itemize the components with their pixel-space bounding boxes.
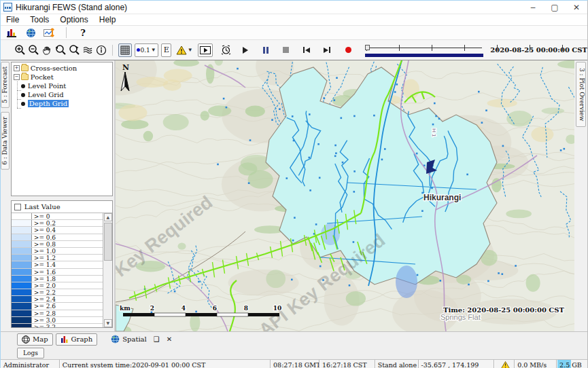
restore-panel-icon[interactable]: ❑ <box>154 335 160 343</box>
left-panel: + Cross-section − Pocket Level Point Lev… <box>10 60 114 331</box>
layer-bullet-icon <box>21 84 25 88</box>
stop-button[interactable] <box>279 43 293 57</box>
contour-interval-dropdown[interactable]: 0.1 ▼ <box>135 43 158 57</box>
help-button[interactable]: ? <box>76 26 90 39</box>
skip-to-start-button[interactable] <box>300 43 313 57</box>
close-panel-icon[interactable]: ✕ <box>167 335 172 343</box>
tab-graph[interactable]: Graph <box>56 333 98 346</box>
chevron-down-icon: ▼ <box>188 47 193 53</box>
scroll-down-icon[interactable]: ▼ <box>104 319 112 327</box>
legend-label: >= 2.8 <box>32 310 103 316</box>
timeseries-display-icon[interactable] <box>43 26 56 39</box>
legend-scrollbar[interactable]: ▲ ▼ <box>103 213 112 327</box>
legend-label: >= 0 <box>32 213 103 219</box>
info-icon[interactable] <box>94 43 108 57</box>
pan-hand-icon[interactable] <box>40 43 54 57</box>
svg-text:N: N <box>122 63 129 72</box>
tree-item-pocket[interactable]: − Pocket <box>12 73 112 81</box>
collapse-icon[interactable]: − <box>14 74 20 80</box>
tree-item-cross-section[interactable]: + Cross-section <box>12 64 112 73</box>
legend-swatch <box>12 289 32 295</box>
menu-options[interactable]: Options <box>54 15 93 24</box>
legend-row: >= 2.6 <box>12 303 103 310</box>
bottom-tab-bar: Map Graph Spatial ❑ ✕ <box>1 331 587 346</box>
zoom-out-icon[interactable] <box>27 43 40 57</box>
record-button[interactable] <box>341 43 354 57</box>
maximize-button[interactable]: ▢ <box>544 1 566 14</box>
database-explorer-icon[interactable] <box>5 26 18 39</box>
zoom-previous-icon[interactable] <box>54 43 67 57</box>
menu-bar: File Tools Options Help <box>1 14 587 26</box>
timeline-slider[interactable] <box>364 43 485 58</box>
legend-swatch <box>12 317 32 323</box>
expand-icon[interactable]: + <box>14 65 20 71</box>
map-display-icon[interactable] <box>24 26 37 39</box>
status-user: Administrator <box>1 360 60 368</box>
map-toolbar: 0.1 ▼ E ▼ <box>1 40 587 60</box>
road-label: H 1 <box>431 128 437 137</box>
status-warning[interactable] <box>494 360 515 368</box>
animation-settings-icon[interactable] <box>220 43 233 57</box>
layers-icon[interactable] <box>81 43 94 57</box>
menu-file[interactable]: File <box>1 15 24 24</box>
last-value-checkbox[interactable] <box>14 204 21 210</box>
tree-item-depth-grid[interactable]: Depth Grid <box>12 99 112 108</box>
legend-label: >= 1.4 <box>32 261 103 268</box>
tree-item-level-point[interactable]: Level Point <box>12 81 112 90</box>
window-title: Hikurangi FEWS (Stand alone) <box>16 3 127 12</box>
place-label: Springs Flat <box>440 313 481 321</box>
layer-tree: + Cross-section − Pocket Level Point Lev… <box>11 62 113 196</box>
legend-row: >= 2.2 <box>12 289 103 296</box>
legend-row: >= 1.6 <box>12 269 103 276</box>
legend-row: >= 1.8 <box>12 276 103 282</box>
tab-plot-overview[interactable]: 3 : Plot Overview <box>576 62 586 127</box>
warning-threshold-dropdown[interactable]: ▼ <box>174 43 195 57</box>
tree-item-level-grid[interactable]: Level Grid <box>12 90 112 99</box>
legend-label: >= 2.4 <box>32 296 103 302</box>
scroll-thumb[interactable] <box>104 223 112 261</box>
legend-label: >= 1.8 <box>32 276 103 282</box>
map-time-label: Time: 2020-08-25 00:00:00 CST <box>443 306 565 314</box>
movie-player-button[interactable] <box>198 43 213 57</box>
timeline-timestamp: 2020-08-25 00:00:00 CST <box>490 46 587 54</box>
timeline-handle[interactable] <box>365 45 370 50</box>
skip-to-end-button[interactable] <box>320 43 334 57</box>
legend-row: >= 2.8 <box>12 310 103 317</box>
tab-map[interactable]: Map <box>17 333 53 346</box>
zoom-next-icon[interactable] <box>67 43 81 57</box>
tab-forecast[interactable]: 5 : Forecast <box>1 62 10 108</box>
folder-icon <box>21 65 29 71</box>
svg-text:2: 2 <box>150 305 154 312</box>
legend-swatch <box>12 241 32 247</box>
tab-data-viewer[interactable]: 6 : Data Viewer <box>1 112 10 170</box>
legend-swatch <box>12 213 32 219</box>
scroll-up-icon[interactable]: ▲ <box>104 213 112 221</box>
map-view[interactable]: API Key Required API Key Required Hikura… <box>114 60 574 331</box>
legend-label: >= 3.2 <box>32 324 103 327</box>
legend-swatch <box>12 303 32 309</box>
legend-swatch <box>12 324 32 327</box>
tab-spatial[interactable]: Spatial ❑ ✕ <box>108 333 175 346</box>
menu-tools[interactable]: Tools <box>24 15 54 24</box>
legend-label: >= 0.2 <box>32 220 103 226</box>
logs-button[interactable]: Logs <box>17 348 44 358</box>
label-toggle-button[interactable]: E <box>161 43 171 57</box>
menu-help[interactable]: Help <box>94 15 122 24</box>
legend-title: Last Value <box>24 203 60 210</box>
chevron-down-icon: ▼ <box>151 47 156 53</box>
pause-button[interactable] <box>259 43 273 57</box>
play-button[interactable] <box>239 43 252 57</box>
legend-row: >= 0.6 <box>12 234 103 241</box>
grid-display-button[interactable] <box>118 43 132 57</box>
legend-swatch <box>12 227 32 233</box>
logs-row: Logs <box>1 346 587 359</box>
close-button[interactable]: ✕ <box>566 1 587 14</box>
legend-swatch <box>12 276 32 282</box>
zoom-in-icon[interactable] <box>13 43 27 57</box>
warning-icon <box>501 361 510 368</box>
legend-label: >= 0.4 <box>32 227 103 233</box>
minimize-button[interactable]: – <box>522 1 544 14</box>
legend-label: >= 1.2 <box>32 255 103 261</box>
legend-row: >= 0.4 <box>12 227 103 234</box>
status-local-time: 16:27:18 CST <box>319 360 375 368</box>
